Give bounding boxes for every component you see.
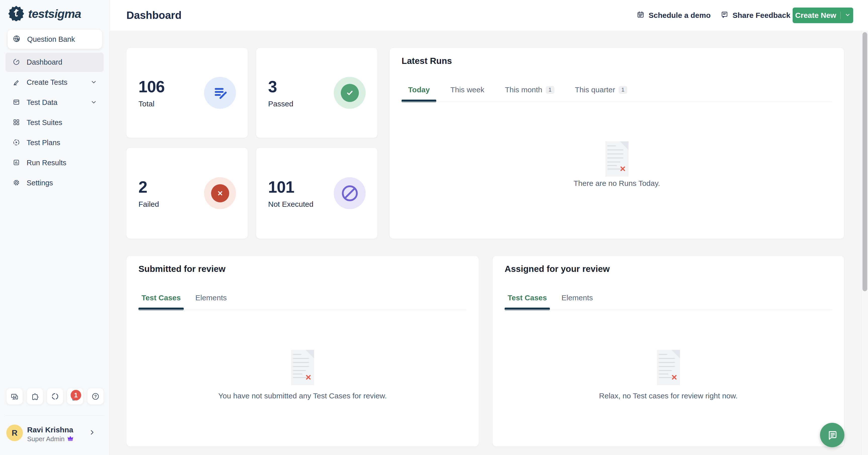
sidebar-item-test-data[interactable]: Test Data: [5, 93, 103, 112]
feedback-icon: [720, 10, 728, 20]
brand-wordmark: testsigma: [28, 7, 81, 21]
scrollbar-track[interactable]: [862, 31, 868, 455]
sidebar-item-label: Question Bank: [27, 35, 75, 44]
tab-this-week[interactable]: This week: [444, 80, 491, 99]
tabs-divider: [138, 310, 467, 310]
gear-icon: [12, 179, 20, 188]
sidebar-item-run-results[interactable]: Run Results: [5, 153, 103, 173]
tab-this-quarter[interactable]: This quarter 1: [568, 80, 634, 99]
tab-elements[interactable]: Elements: [558, 288, 596, 308]
app-root: testsigma Question Bank: [0, 0, 868, 455]
help-button[interactable]: ?: [88, 388, 103, 404]
user-name: Ravi Krishna: [27, 426, 73, 434]
submitted-review-empty-message: You have not submitted any Test Cases fo…: [126, 392, 479, 400]
tab-label: Today: [408, 86, 430, 94]
failed-icon: [204, 177, 236, 209]
help-icon: ?: [91, 392, 100, 401]
puzzle-icon: [31, 392, 39, 401]
latest-runs-panel: Latest Runs Today This week This month 1…: [389, 48, 844, 239]
brand-logo: testsigma: [8, 5, 81, 22]
create-new-button[interactable]: Create New: [793, 7, 853, 23]
latest-runs-title: Latest Runs: [402, 56, 452, 66]
sidebar-item-create-tests[interactable]: Create Tests: [5, 73, 103, 92]
empty-state-icon-wrap: [390, 141, 844, 177]
scrollbar-thumb[interactable]: [863, 32, 867, 291]
sidebar-item-label: Settings: [27, 179, 53, 187]
avatar: R: [6, 425, 23, 441]
chevron-right-icon: [88, 429, 96, 437]
empty-state-icon-wrap: [126, 350, 479, 386]
sidebar-divider: [5, 416, 104, 416]
share-feedback-label: Share Feedback: [733, 11, 790, 20]
tab-this-month[interactable]: This month 1: [498, 80, 561, 99]
test-data-icon: [12, 98, 20, 107]
stat-card-not-executed: 101 Not Executed: [256, 147, 378, 239]
submitted-review-tabs: Test Cases Elements: [138, 288, 230, 308]
tab-count-badge: 1: [546, 86, 554, 94]
sidebar-item-label: Run Results: [27, 159, 66, 167]
tab-today[interactable]: Today: [402, 80, 436, 99]
chat-fab-button[interactable]: [820, 423, 844, 447]
testsigma-logo-icon: [8, 5, 24, 22]
sidebar-item-dashboard[interactable]: Dashboard: [5, 53, 103, 72]
passed-icon: [334, 77, 366, 109]
tab-label: Elements: [195, 293, 227, 302]
assigned-review-title: Assigned for your review: [505, 264, 610, 274]
sidebar-item-label: Test Plans: [27, 139, 60, 147]
stat-value: 106: [138, 78, 165, 96]
sidebar-item-label: Test Suites: [27, 118, 62, 127]
dashed-circle-icon: [51, 392, 59, 401]
notification-badge: 1: [71, 390, 81, 400]
svg-text:?: ?: [94, 394, 97, 399]
chat-bubble-icon: [826, 429, 838, 441]
not-executed-icon: [334, 177, 366, 209]
stat-value: 101: [268, 178, 313, 196]
sidebar-item-label: Create Tests: [27, 78, 67, 87]
sidebar-item-test-suites[interactable]: Test Suites: [5, 113, 103, 132]
submitted-review-title: Submitted for review: [138, 264, 225, 274]
stat-card-failed: 2 Failed: [126, 147, 248, 239]
schedule-demo-button[interactable]: Schedule a demo: [637, 0, 711, 31]
devices-button[interactable]: [6, 388, 23, 404]
sidebar-item-question-bank[interactable]: Question Bank: [7, 30, 102, 49]
devices-icon: [10, 392, 19, 401]
tab-test-cases[interactable]: Test Cases: [505, 288, 550, 308]
stat-label: Passed: [268, 99, 293, 108]
bar-chart-icon: [12, 159, 20, 167]
stat-card-total: 106 Total: [126, 48, 248, 138]
sidebar-item-settings[interactable]: Settings: [5, 173, 103, 193]
sidebar-nav: Dashboard Create Tests: [5, 53, 103, 193]
globe-icon: [12, 35, 21, 44]
sidebar-item-test-plans[interactable]: Test Plans: [5, 133, 103, 152]
pencil-icon: [12, 78, 20, 87]
calendar-icon: [637, 10, 645, 20]
crown-icon: [67, 435, 74, 443]
tab-count-badge: 1: [619, 86, 627, 94]
tab-test-cases[interactable]: Test Cases: [138, 288, 184, 308]
play-circle-icon: [12, 139, 20, 147]
stat-label: Failed: [138, 200, 159, 208]
tabs-divider: [505, 310, 832, 310]
submitted-review-panel: Submitted for review Test Cases Elements: [126, 256, 479, 447]
notifications-button[interactable]: 1: [67, 388, 83, 404]
total-icon: [204, 77, 236, 109]
plugins-button[interactable]: [27, 388, 43, 404]
sync-button[interactable]: [47, 388, 63, 404]
button-divider: [840, 11, 841, 19]
user-menu[interactable]: R Ravi Krishna Super Admin: [6, 425, 104, 441]
assigned-review-panel: Assigned for your review Test Cases Elem…: [492, 256, 844, 447]
tab-elements[interactable]: Elements: [192, 288, 230, 308]
user-role-label: Super Admin: [27, 435, 65, 443]
empty-doc-icon: [606, 141, 628, 176]
user-role: Super Admin: [27, 435, 74, 443]
tab-label: This month: [505, 86, 542, 94]
chevron-down-icon: [90, 79, 97, 86]
share-feedback-button[interactable]: Share Feedback: [720, 0, 790, 31]
sidebar: testsigma Question Bank: [0, 0, 110, 455]
tab-label: This week: [450, 86, 484, 94]
grid-icon: [12, 118, 20, 127]
sidebar-item-label: Dashboard: [27, 58, 62, 66]
tab-label: Test Cases: [508, 293, 547, 302]
latest-runs-tabs: Today This week This month 1 This quarte…: [402, 80, 634, 99]
chevron-down-icon: [845, 11, 851, 20]
